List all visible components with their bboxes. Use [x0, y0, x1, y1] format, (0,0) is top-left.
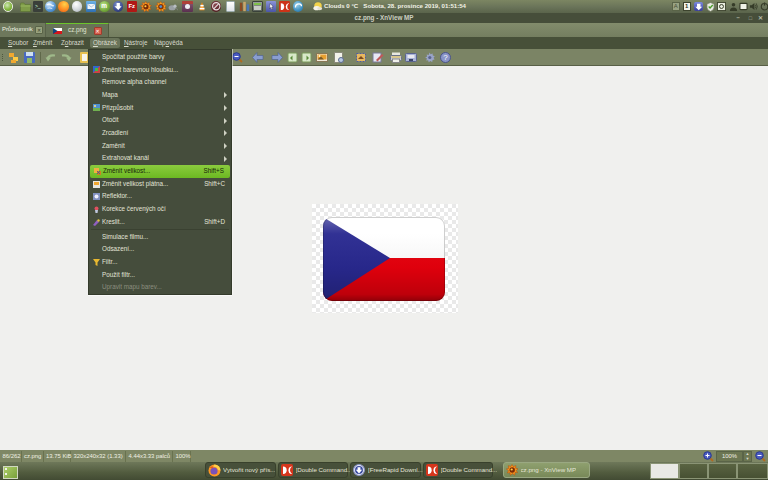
svg-text:?: ?	[443, 53, 448, 62]
